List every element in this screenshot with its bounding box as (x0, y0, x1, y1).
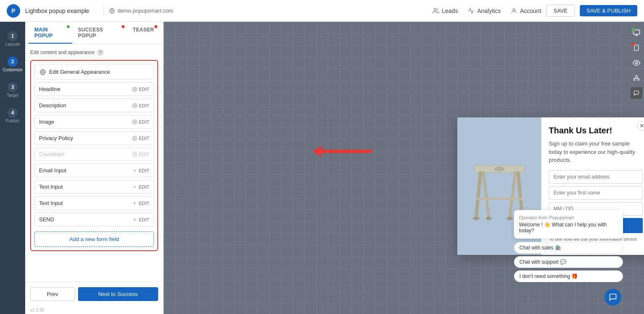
account-label: Account (520, 8, 541, 14)
top-nav: Leads Analytics Account (433, 8, 541, 14)
step-label-2: Customize (3, 67, 22, 72)
chat-bubble: Operator from Popupsmart Welcome ! 👋 Wha… (514, 210, 623, 239)
teaser-dot (154, 25, 157, 28)
svg-line-15 (476, 173, 480, 218)
panel-footer: Prev Next to Success (25, 282, 163, 306)
mobile-dot (631, 43, 635, 46)
panel-row-countdown[interactable]: Countdown EDIT (34, 148, 154, 161)
chat-option-dismiss[interactable]: I don't need something 🎁 (514, 270, 623, 282)
canvas: ✕ Thank Us Later! Sign up to claim your … (164, 22, 644, 314)
row-label-image: Image (39, 119, 132, 125)
row-label-email-input: Email Input (39, 167, 132, 174)
panel-row-email-input[interactable]: Email Input EDIT (34, 163, 154, 177)
svg-point-3 (42, 71, 44, 73)
sidebar-item-layouts[interactable]: 1 Layouts (0, 27, 25, 51)
help-icon[interactable]: ? (97, 49, 104, 56)
panel-content: Edit content and appearance ? Edit Gener… (25, 44, 163, 282)
row-label-headline: Headline (39, 86, 132, 92)
edit-privacy-btn[interactable]: EDIT (132, 136, 149, 141)
panel-row-text-input-1[interactable]: Text Input EDIT (34, 180, 154, 194)
prev-button[interactable]: Prev (30, 287, 75, 301)
panel-row-image[interactable]: Image EDIT (34, 115, 154, 129)
svg-point-20 (473, 217, 480, 220)
mobile-view-btn[interactable] (631, 42, 642, 54)
edit-image-btn[interactable]: EDIT (132, 119, 149, 125)
tab-main-popup[interactable]: MAIN POPUP (29, 22, 72, 44)
tab-success-popup[interactable]: SUCCESS POPUP (72, 22, 127, 44)
row-label-privacy: Privacy Policy (39, 135, 132, 141)
desktop-dot (631, 28, 635, 31)
edit-text-input-2-btn[interactable]: EDIT (132, 201, 149, 206)
sidebar-left: 1 Layouts 2 Customize 3 Target 4 Publish (0, 22, 25, 314)
panel: MAIN POPUP SUCCESS POPUP TEASER Edit con… (25, 22, 164, 314)
step-num-1: 1 (8, 31, 18, 41)
svg-point-4 (134, 88, 135, 90)
analytics-nav-item[interactable]: Analytics (468, 8, 501, 14)
sidebar-item-customize[interactable]: 2 Customize (0, 52, 25, 76)
step-num-2: 2 (8, 57, 18, 67)
chat-open-button[interactable] (605, 289, 621, 306)
leads-nav-item[interactable]: Leads (433, 8, 458, 14)
site-url: demo.popupsmart.com (109, 8, 173, 14)
save-publish-button[interactable]: SAVE & PUBLISH (580, 5, 637, 16)
sidebar-item-publish[interactable]: 4 Publish (0, 104, 25, 127)
svg-point-1 (434, 8, 436, 10)
edit-panel: Edit General Appearance Headline EDIT De… (30, 60, 158, 251)
edit-description-btn[interactable]: EDIT (132, 103, 149, 108)
panel-row-privacy[interactable]: Privacy Policy EDIT (34, 131, 154, 145)
svg-point-22 (486, 217, 492, 220)
step-label-3: Target (7, 93, 18, 98)
arrow-body (322, 150, 372, 153)
edit-text-input-1-btn[interactable]: EDIT (132, 184, 149, 189)
svg-point-5 (134, 105, 135, 106)
topbar: P demo.popupsmart.com Leads Analytics Ac… (0, 0, 644, 22)
section-title: Edit content and appearance ? (30, 49, 158, 56)
row-label-description: Description (39, 102, 132, 109)
chat-widget: Operator from Popupsmart Welcome ! 👋 Wha… (514, 210, 623, 306)
version-label: v1.3.38 (25, 306, 163, 314)
logo-text: P (11, 8, 15, 14)
next-to-success-button[interactable]: Next to Success (78, 287, 158, 301)
general-appearance-label: Edit General Appearance (49, 69, 149, 75)
panel-row-send[interactable]: SEND EDIT (34, 213, 154, 226)
chat-operator: Operator from Popupsmart (519, 215, 618, 220)
sidebar-item-target[interactable]: 3 Target (0, 78, 25, 102)
step-label-4: Publish (6, 119, 20, 123)
svg-point-9 (134, 170, 135, 171)
svg-line-17 (483, 173, 489, 218)
row-label-send: SEND (39, 216, 132, 223)
panel-row-text-input-2[interactable]: Text Input EDIT (34, 196, 154, 210)
svg-point-10 (134, 186, 135, 187)
chat-option-sales[interactable]: Chat with sales 🛍️ (514, 242, 623, 254)
success-popup-dot (122, 25, 125, 28)
edit-email-input-btn[interactable]: EDIT (132, 168, 149, 173)
svg-point-11 (134, 202, 135, 204)
bug-btn[interactable] (631, 72, 642, 84)
save-button[interactable]: SAVE (546, 5, 575, 17)
general-appearance-btn[interactable]: Edit General Appearance (34, 64, 154, 80)
tab-teaser[interactable]: TEASER (127, 22, 160, 44)
add-form-field-button[interactable]: Add a new form field (34, 231, 154, 247)
arrow-head (313, 145, 322, 157)
project-title-input[interactable] (25, 8, 99, 14)
message-icon-btn[interactable] (631, 87, 642, 99)
url-text: demo.popupsmart.com (117, 8, 173, 14)
chat-option-support[interactable]: Chat with support 💬 (514, 256, 623, 268)
desktop-view-btn[interactable] (631, 27, 642, 39)
preview-btn[interactable] (631, 57, 642, 69)
step-label-1: Layouts (5, 42, 20, 47)
edit-countdown-btn[interactable]: EDIT (132, 152, 149, 157)
svg-point-23 (507, 217, 513, 220)
panel-row-description[interactable]: Description EDIT (34, 99, 154, 112)
edit-headline-btn[interactable]: EDIT (132, 87, 149, 92)
edit-send-btn[interactable]: EDIT (132, 217, 149, 222)
logo: P (7, 4, 20, 18)
panel-tabs: MAIN POPUP SUCCESS POPUP TEASER (25, 22, 163, 44)
svg-point-14 (494, 166, 504, 171)
svg-point-6 (134, 121, 135, 122)
svg-point-8 (134, 154, 135, 155)
svg-point-7 (134, 138, 135, 139)
account-nav-item[interactable]: Account (511, 8, 541, 14)
panel-row-headline[interactable]: Headline EDIT (34, 82, 154, 96)
analytics-label: Analytics (477, 8, 501, 14)
